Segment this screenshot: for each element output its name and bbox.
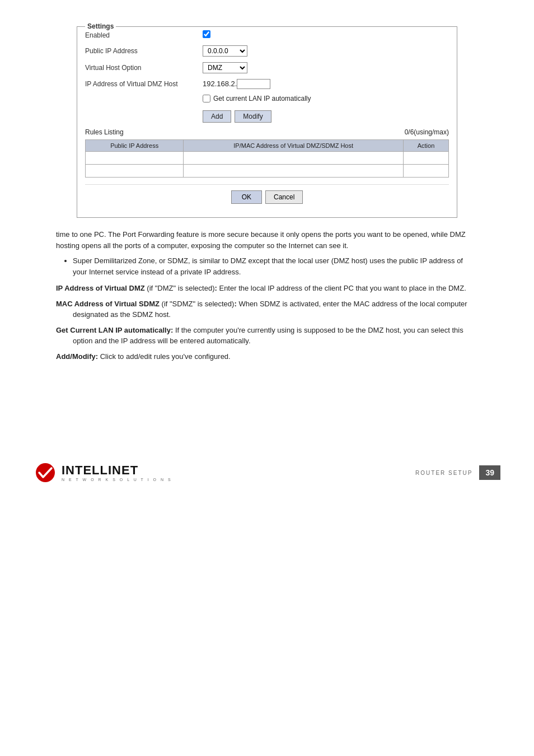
add-modify-row: Add Modify: [85, 108, 449, 123]
footer-content: INTELLINET N E T W O R K S O L U T I O N…: [22, 463, 512, 494]
ip-dmz-prefix: 192.168.2.: [203, 80, 237, 88]
rules-listing-header: Rules Listing 0/6(using/max): [85, 128, 449, 136]
get-lan-text: Get current LAN IP automatically: [213, 95, 311, 102]
table-cell-3: [404, 165, 449, 178]
logo-main-text: INTELLINET: [62, 464, 172, 477]
enabled-checkbox[interactable]: [203, 30, 210, 38]
col-virtual-dmz: IP/MAC Address of Virtual DMZ/SDMZ Host: [184, 140, 404, 152]
virtual-host-label: Virtual Host Option: [85, 64, 203, 72]
add-button[interactable]: Add: [203, 110, 231, 123]
get-lan-checkbox[interactable]: [203, 95, 210, 102]
footer: INTELLINET N E T W O R K S O L U T I O N…: [22, 463, 512, 494]
bullet-list: Super Demilitarized Zone, or SDMZ, is si…: [73, 255, 478, 277]
virtual-host-control: DMZ SDMZ: [203, 62, 449, 73]
add-modify-control: Add Modify: [203, 108, 449, 123]
table-cell-1: [86, 152, 184, 165]
enabled-label: Enabled: [85, 31, 203, 39]
col-public-ip: Public IP Address: [86, 140, 184, 152]
term-label-ip-virtual-dmz: IP Address of Virtual DMZ: [56, 284, 145, 292]
public-ip-select[interactable]: 0.0.0.0: [203, 45, 247, 57]
get-lan-control: Get current LAN IP automatically: [203, 95, 449, 102]
get-lan-label[interactable]: Get current LAN IP automatically: [203, 95, 449, 102]
virtual-host-select[interactable]: DMZ SDMZ: [203, 62, 247, 73]
public-ip-control: 0.0.0.0: [203, 45, 449, 57]
public-ip-row: Public IP Address 0.0.0.0: [85, 45, 449, 57]
table-row: [86, 152, 449, 165]
ip-dmz-label: IP Address of Virtual DMZ Host: [85, 80, 203, 88]
footer-right: ROUTER SETUP 39: [415, 465, 500, 480]
term-label-get-lan-ip: Get Current LAN IP automatically:: [56, 326, 173, 334]
table-row: [86, 165, 449, 178]
enabled-row: Enabled: [85, 30, 449, 40]
rules-table: Public IP Address IP/MAC Address of Virt…: [85, 139, 449, 178]
rules-listing-label: Rules Listing: [85, 128, 124, 136]
term-label-mac-virtual-sdmz: MAC Address of Virtual SDMZ: [56, 300, 160, 308]
term-get-lan-ip: Get Current LAN IP automatically: If the…: [56, 325, 478, 347]
rules-table-header-row: Public IP Address IP/MAC Address of Virt…: [86, 140, 449, 152]
ip-dmz-control: 192.168.2.: [203, 79, 449, 89]
body-text: time to one PC. The Port Forwarding feat…: [56, 229, 478, 362]
enabled-control: [203, 30, 449, 40]
ip-dmz-input[interactable]: [237, 79, 270, 89]
table-cell-2: [184, 165, 404, 178]
get-lan-row: Get current LAN IP automatically: [85, 95, 449, 102]
logo-area: INTELLINET N E T W O R K S O L U T I O N…: [34, 463, 172, 483]
public-ip-label: Public IP Address: [85, 47, 203, 55]
term-sdmz: Super Demilitarized Zone: [73, 256, 155, 265]
settings-panel: Settings Enabled Public IP Address 0.0.0…: [77, 22, 457, 218]
list-item-sdmz: Super Demilitarized Zone, or SDMZ, is si…: [73, 255, 478, 277]
logo-text-area: INTELLINET N E T W O R K S O L U T I O N…: [62, 464, 172, 482]
logo-sub-text: N E T W O R K S O L U T I O N S: [62, 478, 172, 482]
term-label-add-modify: Add/Modify:: [56, 352, 98, 361]
ok-button[interactable]: OK: [231, 190, 262, 204]
term-add-modify: Add/Modify: Click to add/edit rules you'…: [56, 351, 478, 362]
ok-cancel-row: OK Cancel: [85, 184, 449, 209]
intro-paragraph: time to one PC. The Port Forwarding feat…: [56, 229, 478, 251]
virtual-host-row: Virtual Host Option DMZ SDMZ: [85, 62, 449, 73]
table-cell-1: [86, 165, 184, 178]
settings-title: Settings: [85, 22, 116, 30]
ip-dmz-row: IP Address of Virtual DMZ Host 192.168.2…: [85, 79, 449, 89]
rules-count: 0/6(using/max): [405, 128, 449, 136]
router-setup-label: ROUTER SETUP: [415, 470, 472, 476]
col-action: Action: [404, 140, 449, 152]
intellinet-logo-icon: [34, 463, 57, 483]
modify-button[interactable]: Modify: [235, 110, 271, 123]
cancel-button[interactable]: Cancel: [265, 190, 303, 204]
table-cell-2: [184, 152, 404, 165]
btn-row: Add Modify: [203, 110, 449, 123]
term-desc-add-modify: Click to add/edit rules you've configure…: [100, 352, 231, 361]
term-qualifier-ip-virtual-dmz: (if "DMZ" is selected): Enter the local …: [147, 284, 466, 292]
term-ip-virtual-dmz: IP Address of Virtual DMZ (if "DMZ" is s…: [56, 283, 478, 294]
page-number-badge: 39: [479, 465, 500, 480]
term-mac-virtual-sdmz: MAC Address of Virtual SDMZ (if "SDMZ" i…: [56, 298, 478, 320]
table-cell-3: [404, 152, 449, 165]
